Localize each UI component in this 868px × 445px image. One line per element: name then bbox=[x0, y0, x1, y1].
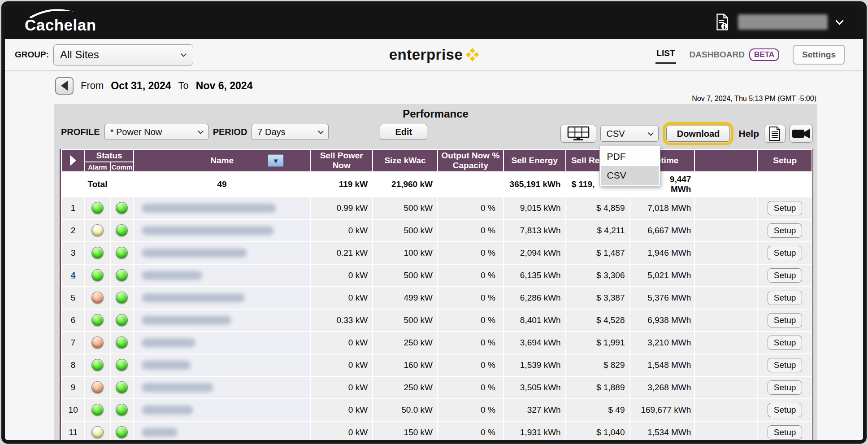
output-cell: 0 % bbox=[438, 332, 503, 353]
sell-energy-cell: 327 kWh bbox=[504, 399, 565, 421]
help-label: Help bbox=[738, 128, 759, 139]
table-view-button[interactable] bbox=[560, 125, 596, 143]
period-select[interactable]: 7 Days bbox=[252, 124, 329, 140]
sell-energy-cell: 8,401 kWh bbox=[504, 310, 565, 331]
period-label: PERIOD bbox=[213, 127, 247, 137]
lifetime-cell: 3,210 MWh bbox=[630, 332, 694, 353]
site-name-cell[interactable] bbox=[134, 332, 310, 353]
blank-cell bbox=[695, 220, 757, 241]
size-cell: 499 kW bbox=[373, 287, 437, 309]
status-group-header: Status bbox=[85, 150, 133, 161]
row-number: 1 bbox=[62, 197, 84, 219]
total-sell-energy: 365,191 kWh bbox=[504, 172, 565, 196]
sell-revenue-cell: $ 1,040 bbox=[566, 422, 629, 443]
sell-energy-cell: 2,094 kWh bbox=[504, 242, 565, 264]
format-select[interactable]: CSV bbox=[600, 126, 659, 142]
site-name-cell[interactable] bbox=[134, 399, 310, 421]
setup-cell: Setup bbox=[758, 377, 812, 398]
site-name-blurred bbox=[142, 316, 231, 325]
table-row: 8 0 kW 160 kW 0 % 1,539 kWh $ 829 1,548 … bbox=[62, 354, 812, 376]
comm-led-icon bbox=[116, 224, 128, 236]
blank-cell bbox=[695, 354, 757, 376]
blank-cell bbox=[695, 265, 757, 286]
setup-button[interactable]: Setup bbox=[768, 291, 803, 305]
format-option-csv[interactable]: CSV bbox=[601, 166, 659, 185]
setup-button[interactable]: Setup bbox=[768, 380, 803, 395]
output-cell: 0 % bbox=[438, 242, 503, 264]
setup-button[interactable]: Setup bbox=[768, 425, 803, 440]
settings-button[interactable]: Settings bbox=[793, 45, 845, 65]
sell-power-cell: 0 kW bbox=[311, 265, 372, 286]
setup-button[interactable]: Setup bbox=[768, 336, 803, 350]
size-cell: 50.0 kW bbox=[373, 399, 437, 421]
sell-power-cell: 0 kW bbox=[311, 377, 372, 398]
comm-status-cell bbox=[111, 220, 133, 241]
setup-header: Setup bbox=[758, 150, 812, 171]
account-name-blurred[interactable] bbox=[738, 14, 828, 30]
previous-period-button[interactable] bbox=[55, 77, 74, 95]
cachelan-logo: Cachelan bbox=[25, 10, 96, 34]
site-name-cell[interactable] bbox=[134, 197, 310, 219]
site-name-cell[interactable] bbox=[134, 220, 310, 241]
site-name-cell[interactable] bbox=[134, 354, 310, 376]
setup-cell: Setup bbox=[758, 422, 812, 443]
lifetime-cell: 6,667 MWh bbox=[630, 220, 694, 241]
row-number[interactable]: 4 bbox=[62, 265, 84, 286]
comm-led-icon bbox=[116, 269, 128, 281]
output-cell: 0 % bbox=[438, 220, 503, 241]
setup-button[interactable]: Setup bbox=[768, 223, 803, 238]
comm-led-icon bbox=[116, 404, 128, 416]
setup-button[interactable]: Setup bbox=[768, 268, 803, 283]
output-cell: 0 % bbox=[438, 310, 503, 331]
table-grid-icon bbox=[567, 126, 590, 141]
comm-led-icon bbox=[116, 426, 128, 438]
setup-button[interactable]: Setup bbox=[768, 246, 803, 260]
site-name-blurred bbox=[142, 338, 195, 347]
sell-energy-cell: 1,539 kWh bbox=[504, 354, 565, 376]
sell-energy-header: Sell Energy bbox=[504, 150, 565, 171]
site-name-cell[interactable] bbox=[134, 422, 310, 443]
sell-revenue-cell: $ 4,528 bbox=[566, 310, 629, 331]
group-select[interactable]: All Sites bbox=[53, 44, 193, 65]
panel-toolbar: PROFILE * Power Now PERIOD 7 Days Edit bbox=[54, 122, 817, 144]
row-number: 5 bbox=[62, 287, 84, 309]
comm-led-icon bbox=[116, 336, 128, 349]
topbar: Cachelan bbox=[5, 5, 863, 39]
site-name-cell[interactable] bbox=[134, 287, 310, 309]
comm-led-icon bbox=[116, 359, 128, 371]
logo-swoosh-icon bbox=[27, 7, 80, 19]
from-label: From bbox=[81, 80, 104, 92]
format-option-pdf[interactable]: PDF bbox=[601, 147, 659, 166]
help-document-button[interactable] bbox=[764, 125, 786, 143]
chevron-down-icon bbox=[648, 130, 654, 136]
alarm-led-icon bbox=[91, 224, 104, 236]
setup-cell: Setup bbox=[758, 332, 812, 353]
site-name-cell[interactable] bbox=[134, 242, 310, 264]
site-name-blurred bbox=[142, 226, 274, 235]
site-name-cell[interactable] bbox=[134, 310, 310, 331]
size-cell: 100 kW bbox=[373, 242, 437, 264]
tab-list[interactable]: LIST bbox=[655, 46, 676, 64]
setup-button[interactable]: Setup bbox=[768, 358, 803, 372]
download-highlight-ring: Download bbox=[663, 122, 733, 145]
site-name-blurred bbox=[142, 271, 202, 280]
setup-button[interactable]: Setup bbox=[768, 201, 803, 215]
sell-energy-cell: 6,286 kWh bbox=[504, 287, 565, 309]
setup-button[interactable]: Setup bbox=[768, 313, 803, 327]
site-name-cell[interactable] bbox=[134, 265, 310, 286]
download-button[interactable]: Download bbox=[666, 126, 730, 142]
tab-dashboard-label: DASHBOARD bbox=[690, 50, 745, 60]
comm-status-cell bbox=[111, 399, 133, 421]
name-sort-button[interactable]: ▼ bbox=[268, 154, 284, 167]
alarm-led-icon bbox=[91, 381, 104, 393]
site-name-cell[interactable] bbox=[134, 377, 310, 398]
setup-cell: Setup bbox=[758, 287, 812, 309]
tab-dashboard[interactable]: DASHBOARD BETA bbox=[690, 48, 780, 61]
edit-button[interactable]: Edit bbox=[380, 124, 427, 140]
account-chevron-down-icon[interactable] bbox=[835, 17, 843, 25]
document-info-icon[interactable] bbox=[716, 13, 729, 31]
profile-select[interactable]: * Power Now bbox=[104, 124, 208, 140]
row-marker-header bbox=[62, 150, 84, 171]
help-video-button[interactable] bbox=[790, 125, 813, 143]
setup-button[interactable]: Setup bbox=[768, 403, 803, 417]
